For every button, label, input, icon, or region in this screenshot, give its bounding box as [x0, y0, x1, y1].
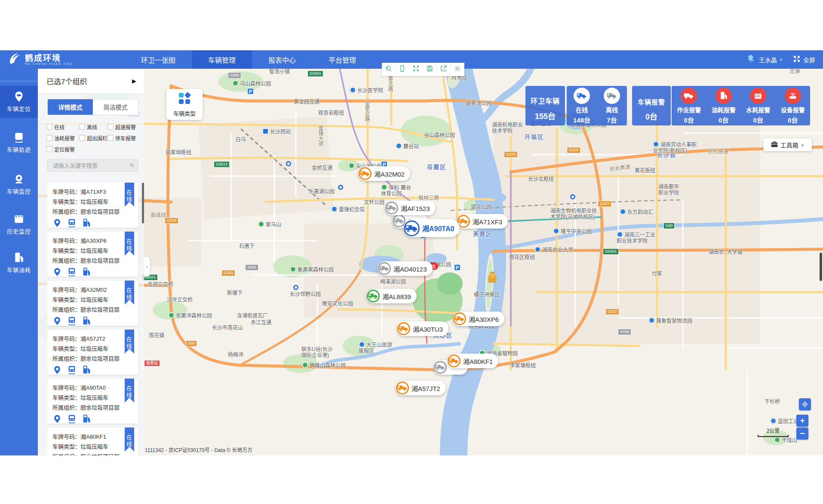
track-vehicle-icon[interactable]	[67, 414, 77, 424]
user-menu[interactable]: 王水晶 ∨	[746, 54, 783, 65]
sidebar-item[interactable]: 车辆油耗	[0, 247, 38, 279]
fullscreen-button[interactable]: 全屏	[793, 55, 815, 64]
track-vehicle-icon[interactable]	[67, 365, 77, 375]
locate-vehicle-icon[interactable]	[52, 365, 62, 375]
sidebar-item[interactable]: 车辆轨迹	[0, 127, 38, 159]
sidebar-item[interactable]: 历史监控	[0, 208, 38, 240]
vehicle-marker[interactable]: 湘AF1523	[385, 201, 436, 215]
vehicle-type-label: 车辆类型	[173, 109, 196, 117]
vehicle-plate: 湘A90TA0	[80, 385, 106, 391]
sidebar-item-icon	[13, 132, 25, 143]
toolbar-icon-button[interactable]	[451, 63, 464, 76]
alarm-icon	[785, 88, 801, 104]
vehicle-marker-plate: 湘A57JT2	[412, 384, 440, 393]
filter-checkbox-item[interactable]: 停车报警	[107, 132, 139, 144]
sidebar-item[interactable]: 车辆监控	[0, 168, 38, 200]
track-vehicle-icon[interactable]	[67, 267, 77, 277]
vehicle-marker[interactable]: 湘A30TU3	[397, 321, 448, 336]
stat-total-value: 155台	[525, 110, 565, 121]
menu-item[interactable]: 报表中心	[252, 50, 312, 69]
locate-vehicle-icon[interactable]	[52, 218, 62, 228]
checkbox[interactable]	[46, 135, 52, 141]
checkbox[interactable]	[107, 135, 114, 141]
filter-checkbox-item[interactable]: 离线	[79, 121, 107, 132]
vehicle-marker[interactable]: 湘AL8839	[366, 289, 417, 303]
fuel-vehicle-icon[interactable]	[82, 218, 91, 228]
fuel-vehicle-icon[interactable]	[82, 365, 91, 375]
vehicle-card[interactable]: 车牌号码：湘A57JT2 车辆类型：垃圾压缩车 所属组织：厨余垃圾项目部 在线	[47, 330, 138, 375]
fuel-vehicle-icon[interactable]	[82, 414, 91, 424]
toolbar-icon	[412, 65, 420, 74]
panel-collapse-handle[interactable]: ‹	[144, 257, 150, 277]
search-input[interactable]	[52, 162, 129, 169]
page-scrollbar[interactable]	[820, 253, 822, 281]
locate-vehicle-icon[interactable]	[52, 267, 62, 277]
map-label: 湖南都市 职业学院	[658, 184, 679, 196]
toolbar-icon-button[interactable]	[437, 63, 451, 76]
checkbox[interactable]	[46, 124, 52, 130]
filter-checkbox-item[interactable]: 超出围栏	[79, 132, 107, 144]
mode-tab[interactable]: 简洁模式	[93, 99, 138, 115]
checkbox[interactable]	[79, 124, 85, 130]
toolbar-icon-button[interactable]	[382, 63, 396, 76]
vehicle-marker-truck-icon	[378, 262, 391, 275]
vehicle-marker[interactable]: 湘A90TA0	[403, 219, 460, 237]
checkbox[interactable]	[46, 146, 52, 152]
vehicle-type-button[interactable]: 车辆类型	[166, 89, 203, 120]
toolbar-icon-button[interactable]	[409, 63, 423, 76]
locate-vehicle-icon[interactable]	[52, 316, 62, 326]
toolbar-icon-button[interactable]	[423, 63, 437, 76]
menu-item[interactable]: 环卫一张图	[125, 50, 192, 69]
map-scale: 2公里	[758, 427, 789, 437]
checkbox[interactable]	[107, 124, 114, 130]
vehicle-type: 垃圾压缩车	[80, 199, 108, 205]
zoom-in-button[interactable]: +	[796, 415, 808, 427]
vehicle-card[interactable]: 车牌号码：湘A30XP6 车辆类型：垃圾压缩车 所属组织：厨余垃圾项目部 在线	[47, 232, 138, 277]
search-icon[interactable]	[129, 162, 135, 169]
map-label: 赤江互通	[251, 320, 271, 326]
metro-station-icon	[338, 185, 343, 190]
fuel-vehicle-icon[interactable]	[82, 267, 91, 277]
toolbar-icon-button[interactable]	[396, 63, 409, 76]
sidebar-item[interactable]: 车辆定位	[0, 86, 38, 118]
locate-vehicle-icon[interactable]	[52, 414, 62, 424]
org-selector[interactable]: 已选7个组织 ▶	[38, 69, 144, 94]
vehicle-card[interactable]: 车牌号码：湘A71XF3 车辆类型：垃圾压缩车 所属组织：厨余垃圾项目部 在线	[47, 183, 138, 228]
locate-me-button[interactable]	[799, 398, 811, 410]
fuel-vehicle-icon[interactable]	[82, 316, 91, 326]
stat-panel-online: 在线 148台 离线 7台	[567, 86, 627, 125]
vehicle-card[interactable]: 车牌号码：湘A32M02 车辆类型：垃圾压缩车 所属组织：厨余垃圾项目部 在线	[47, 281, 138, 326]
vehicle-marker[interactable]: 湘A71XF3	[457, 214, 508, 229]
map-canvas[interactable]: 智浩小镇 乌山森林公园 长沙医学院 月亮岛 兰冲 黄金园互通 银星湾公园 观音岩…	[38, 69, 823, 455]
checkbox[interactable]	[79, 135, 85, 141]
vehicle-marker-truck-icon	[359, 167, 372, 180]
vehicle-marker[interactable]: 湘A32M02	[358, 166, 410, 181]
toolbox-button[interactable]: 工具箱 ∨	[763, 138, 812, 151]
menu-item[interactable]: 平台管理	[312, 50, 372, 69]
vehicle-card[interactable]: 车牌号码：湘A90TA0 车辆类型：垃圾压缩车 所属组织：厨余垃圾项目部 在线	[47, 379, 138, 424]
vehicle-card[interactable]: 车牌号码：湘A80KF1 车辆类型：垃圾压缩车 所属组织：厨余垃圾项目部 在线	[47, 428, 138, 455]
track-vehicle-icon[interactable]	[67, 218, 77, 228]
track-vehicle-icon[interactable]	[67, 316, 77, 326]
truck-icon	[574, 88, 590, 104]
map-label: 望月公园	[471, 204, 491, 210]
toolbox-label: 工具箱	[780, 141, 798, 149]
mode-tab[interactable]: 详情模式	[48, 99, 93, 115]
vehicle-marker[interactable]: 湘A80KF1	[447, 354, 498, 368]
vehicle-marker[interactable]: 湘A30XP6	[453, 312, 504, 326]
vehicle-marker[interactable]: 湘AD40123	[378, 261, 433, 276]
list-scrollbar[interactable]	[142, 183, 144, 223]
app-subtitle: HE CHENG HUAN JING	[25, 62, 74, 65]
filter-checkbox-item[interactable]: 超速报警	[107, 121, 139, 132]
org-selected-text: 已选7个组织	[46, 76, 87, 86]
metro-station-icon	[293, 285, 298, 290]
filter-checkbox-item[interactable]: 油耗报警	[46, 132, 79, 144]
map-label: 李家塘枢纽	[510, 363, 536, 369]
filter-checkbox-item[interactable]: 在线	[46, 121, 79, 132]
zoom-out-button[interactable]: −	[796, 428, 808, 440]
filter-checkbox-item[interactable]: 定位报警	[46, 144, 79, 155]
expand-right-icon[interactable]: ▶	[132, 78, 136, 84]
vehicle-marker[interactable]: 湘A57JT2	[396, 381, 446, 395]
sidebar-item-icon	[13, 252, 25, 263]
menu-item[interactable]: 车辆管理	[192, 50, 252, 69]
